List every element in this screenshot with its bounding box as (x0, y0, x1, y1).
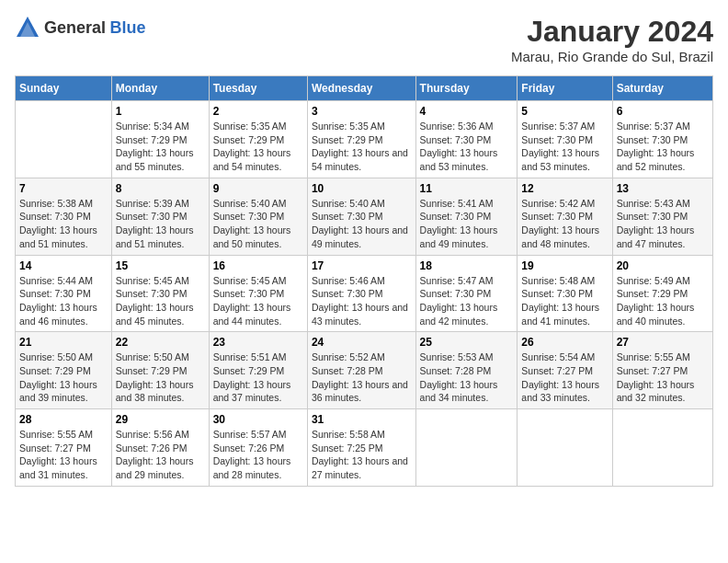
day-number: 18 (420, 259, 514, 272)
calendar-cell: 2Sunrise: 5:35 AMSunset: 7:29 PMDaylight… (209, 101, 307, 178)
day-info: Sunrise: 5:48 AMSunset: 7:30 PMDaylight:… (521, 274, 608, 328)
calendar-cell: 15Sunrise: 5:45 AMSunset: 7:30 PMDayligh… (111, 255, 209, 332)
day-info: Sunrise: 5:56 AMSunset: 7:26 PMDaylight:… (116, 428, 205, 482)
calendar-cell: 9Sunrise: 5:40 AMSunset: 7:30 PMDaylight… (209, 178, 307, 255)
day-info: Sunrise: 5:54 AMSunset: 7:27 PMDaylight:… (521, 350, 608, 405)
day-info: Sunrise: 5:55 AMSunset: 7:27 PMDaylight:… (617, 350, 709, 405)
day-info: Sunrise: 5:44 AMSunset: 7:30 PMDaylight:… (19, 274, 108, 328)
logo-text-general: General (44, 18, 106, 37)
calendar-header: SundayMondayTuesdayWednesdayThursdayFrid… (16, 76, 713, 101)
day-info: Sunrise: 5:42 AMSunset: 7:30 PMDaylight:… (521, 197, 608, 251)
day-info: Sunrise: 5:35 AMSunset: 7:29 PMDaylight:… (213, 120, 303, 174)
calendar-cell: 28Sunrise: 5:55 AMSunset: 7:27 PMDayligh… (16, 409, 112, 487)
day-info: Sunrise: 5:51 AMSunset: 7:29 PMDaylight:… (213, 350, 303, 405)
day-info: Sunrise: 5:49 AMSunset: 7:29 PMDaylight:… (617, 274, 709, 328)
day-number: 25 (420, 336, 514, 349)
day-info: Sunrise: 5:41 AMSunset: 7:30 PMDaylight:… (420, 197, 514, 251)
calendar-table: SundayMondayTuesdayWednesdayThursdayFrid… (15, 75, 713, 487)
calendar-week-4: 21Sunrise: 5:50 AMSunset: 7:29 PMDayligh… (16, 332, 713, 409)
day-info: Sunrise: 5:58 AMSunset: 7:25 PMDaylight:… (312, 428, 412, 482)
day-info: Sunrise: 5:39 AMSunset: 7:30 PMDaylight:… (116, 197, 205, 251)
day-info: Sunrise: 5:40 AMSunset: 7:30 PMDaylight:… (213, 197, 303, 251)
calendar-cell: 10Sunrise: 5:40 AMSunset: 7:30 PMDayligh… (307, 178, 415, 255)
weekday-header-friday: Friday (518, 76, 612, 101)
day-number: 5 (521, 105, 608, 118)
calendar-cell: 19Sunrise: 5:48 AMSunset: 7:30 PMDayligh… (518, 255, 612, 332)
calendar-cell: 18Sunrise: 5:47 AMSunset: 7:30 PMDayligh… (415, 255, 518, 332)
calendar-cell: 26Sunrise: 5:54 AMSunset: 7:27 PMDayligh… (518, 332, 612, 409)
day-number: 4 (420, 105, 514, 118)
day-number: 22 (116, 336, 205, 349)
day-number: 20 (617, 259, 709, 272)
calendar-cell: 20Sunrise: 5:49 AMSunset: 7:29 PMDayligh… (612, 255, 712, 332)
calendar-cell: 12Sunrise: 5:42 AMSunset: 7:30 PMDayligh… (518, 178, 612, 255)
calendar-week-5: 28Sunrise: 5:55 AMSunset: 7:27 PMDayligh… (16, 409, 713, 487)
calendar-week-2: 7Sunrise: 5:38 AMSunset: 7:30 PMDaylight… (16, 178, 713, 255)
weekday-header-tuesday: Tuesday (209, 76, 307, 101)
weekday-header-sunday: Sunday (16, 76, 112, 101)
logo-text-blue: Blue (110, 18, 146, 37)
calendar-body: 1Sunrise: 5:34 AMSunset: 7:29 PMDaylight… (16, 101, 713, 487)
day-info: Sunrise: 5:37 AMSunset: 7:30 PMDaylight:… (617, 120, 709, 174)
calendar-cell (518, 409, 612, 487)
calendar-cell: 4Sunrise: 5:36 AMSunset: 7:30 PMDaylight… (415, 101, 518, 178)
calendar-cell: 3Sunrise: 5:35 AMSunset: 7:29 PMDaylight… (307, 101, 415, 178)
day-number: 28 (19, 413, 108, 426)
day-number: 10 (312, 182, 412, 195)
calendar-cell: 16Sunrise: 5:45 AMSunset: 7:30 PMDayligh… (209, 255, 307, 332)
day-info: Sunrise: 5:57 AMSunset: 7:26 PMDaylight:… (213, 428, 303, 482)
logo: General Blue (15, 15, 146, 40)
calendar-cell (612, 409, 712, 487)
day-number: 8 (116, 182, 205, 195)
day-number: 3 (312, 105, 412, 118)
calendar-cell (16, 101, 112, 178)
day-number: 9 (213, 182, 303, 195)
day-number: 30 (213, 413, 303, 426)
day-info: Sunrise: 5:37 AMSunset: 7:30 PMDaylight:… (521, 120, 608, 174)
page-subtitle: Marau, Rio Grande do Sul, Brazil (511, 49, 713, 64)
title-area: January 2024 Marau, Rio Grande do Sul, B… (511, 15, 713, 64)
calendar-cell: 5Sunrise: 5:37 AMSunset: 7:30 PMDaylight… (518, 101, 612, 178)
calendar-week-3: 14Sunrise: 5:44 AMSunset: 7:30 PMDayligh… (16, 255, 713, 332)
day-number: 14 (19, 259, 108, 272)
day-number: 26 (521, 336, 608, 349)
weekday-header-thursday: Thursday (415, 76, 518, 101)
day-info: Sunrise: 5:43 AMSunset: 7:30 PMDaylight:… (617, 197, 709, 251)
logo-icon (15, 15, 40, 40)
day-info: Sunrise: 5:47 AMSunset: 7:30 PMDaylight:… (420, 274, 514, 328)
day-info: Sunrise: 5:50 AMSunset: 7:29 PMDaylight:… (19, 350, 108, 405)
weekday-header-saturday: Saturday (612, 76, 712, 101)
day-info: Sunrise: 5:53 AMSunset: 7:28 PMDaylight:… (420, 350, 514, 405)
weekday-header-monday: Monday (111, 76, 209, 101)
day-number: 6 (617, 105, 709, 118)
day-number: 11 (420, 182, 514, 195)
day-info: Sunrise: 5:55 AMSunset: 7:27 PMDaylight:… (19, 428, 108, 482)
calendar-cell: 31Sunrise: 5:58 AMSunset: 7:25 PMDayligh… (307, 409, 415, 487)
calendar-cell: 29Sunrise: 5:56 AMSunset: 7:26 PMDayligh… (111, 409, 209, 487)
day-info: Sunrise: 5:38 AMSunset: 7:30 PMDaylight:… (19, 197, 108, 251)
calendar-cell: 30Sunrise: 5:57 AMSunset: 7:26 PMDayligh… (209, 409, 307, 487)
calendar-cell: 22Sunrise: 5:50 AMSunset: 7:29 PMDayligh… (111, 332, 209, 409)
calendar-cell: 1Sunrise: 5:34 AMSunset: 7:29 PMDaylight… (111, 101, 209, 178)
day-number: 24 (312, 336, 412, 349)
day-number: 16 (213, 259, 303, 272)
calendar-cell: 25Sunrise: 5:53 AMSunset: 7:28 PMDayligh… (415, 332, 518, 409)
day-info: Sunrise: 5:45 AMSunset: 7:30 PMDaylight:… (213, 274, 303, 328)
day-info: Sunrise: 5:52 AMSunset: 7:28 PMDaylight:… (312, 350, 412, 405)
calendar-cell: 27Sunrise: 5:55 AMSunset: 7:27 PMDayligh… (612, 332, 712, 409)
day-number: 29 (116, 413, 205, 426)
day-number: 31 (312, 413, 412, 426)
day-number: 2 (213, 105, 303, 118)
day-number: 17 (312, 259, 412, 272)
calendar-cell: 8Sunrise: 5:39 AMSunset: 7:30 PMDaylight… (111, 178, 209, 255)
header: General Blue January 2024 Marau, Rio Gra… (15, 15, 713, 64)
day-number: 12 (521, 182, 608, 195)
day-number: 1 (116, 105, 205, 118)
calendar-cell: 13Sunrise: 5:43 AMSunset: 7:30 PMDayligh… (612, 178, 712, 255)
calendar-cell: 21Sunrise: 5:50 AMSunset: 7:29 PMDayligh… (16, 332, 112, 409)
day-info: Sunrise: 5:46 AMSunset: 7:30 PMDaylight:… (312, 274, 412, 328)
day-number: 15 (116, 259, 205, 272)
weekday-header-wednesday: Wednesday (307, 76, 415, 101)
day-info: Sunrise: 5:35 AMSunset: 7:29 PMDaylight:… (312, 120, 412, 174)
calendar-week-1: 1Sunrise: 5:34 AMSunset: 7:29 PMDaylight… (16, 101, 713, 178)
